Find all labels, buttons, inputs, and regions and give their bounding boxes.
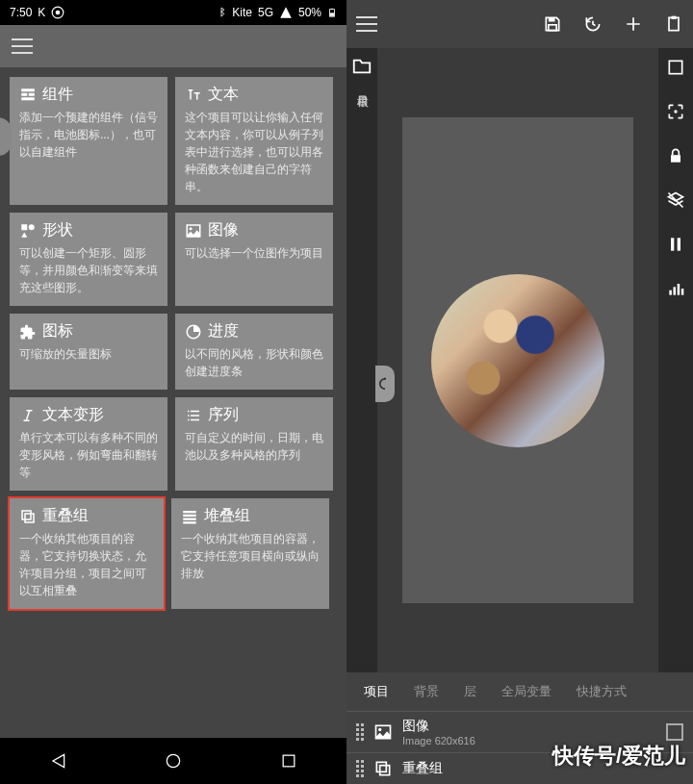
- svg-rect-3: [330, 13, 334, 15]
- layers-off-icon[interactable]: [666, 190, 685, 210]
- card-desc: 以不同的风格，形状和颜色创建进度条: [185, 345, 323, 380]
- menu-button[interactable]: [356, 16, 377, 32]
- progress-icon: [185, 323, 202, 341]
- card-desc: 一个收纳其他项目的容器，它支持任意项目横向或纵向排放: [181, 530, 320, 582]
- layer-checkbox[interactable]: [666, 723, 683, 741]
- text-icon: [185, 87, 202, 104]
- card-overlapgroup[interactable]: 重叠组 一个收纳其他项目的容器，它支持切换状态，允许项目分组，项目之间可以互相重…: [8, 496, 166, 611]
- image-icon: [373, 722, 393, 742]
- card-desc: 单行文本可以有多种不同的变形风格，例如弯曲和翻转等: [19, 429, 158, 481]
- status-time: 7:50: [10, 6, 32, 19]
- svg-point-8: [190, 227, 192, 230]
- app-bar: [0, 25, 346, 67]
- card-title: 堆叠组: [204, 506, 250, 526]
- svg-rect-5: [21, 224, 27, 230]
- canvas-edge-tab[interactable]: [375, 366, 395, 402]
- pause-icon[interactable]: [666, 235, 685, 254]
- card-desc: 可以创建一个矩形、圆形等，并用颜色和渐变等来填充这些图形。: [19, 244, 158, 296]
- layer-row-image[interactable]: 图像 Image 620x616: [346, 711, 693, 752]
- card-text[interactable]: 文本 这个项目可以让你输入任何文本内容，你可以从例子列表中进行选择，也可以用各种…: [175, 77, 333, 205]
- folder-icon[interactable]: [351, 56, 372, 77]
- status-bar: 7:50 K Kite 5G 50%: [0, 0, 346, 25]
- side-left: 根目录: [346, 48, 377, 672]
- card-series[interactable]: 序列 可自定义的时间，日期，电池以及多种风格的序列: [175, 397, 333, 491]
- card-title: 图像: [208, 220, 239, 240]
- svg-rect-4: [331, 9, 334, 10]
- stack-icon: [181, 508, 198, 525]
- status-network: 5G: [258, 6, 273, 19]
- card-icon[interactable]: 图标 可缩放的矢量图标: [10, 314, 167, 390]
- status-battery: 50%: [298, 6, 321, 19]
- svg-point-12: [167, 754, 179, 767]
- tab-globals[interactable]: 全局变量: [490, 683, 563, 700]
- clipboard-icon[interactable]: [664, 14, 683, 34]
- svg-rect-17: [672, 16, 677, 19]
- card-shape[interactable]: 形状 可以创建一个矩形、圆形等，并用颜色和渐变等来填充这些图形。: [10, 213, 167, 306]
- svg-rect-19: [669, 61, 681, 73]
- card-title: 形状: [42, 220, 73, 240]
- nav-recent[interactable]: [279, 751, 298, 771]
- layer-row-overlap[interactable]: 重叠组: [346, 752, 693, 784]
- nav-back[interactable]: [48, 751, 67, 771]
- card-stackgroup[interactable]: 堆叠组 一个收纳其他项目的容器，它支持任意项目横向或纵向排放: [171, 498, 329, 609]
- side-right: [658, 48, 693, 672]
- canvas[interactable]: [377, 48, 658, 672]
- card-component[interactable]: 组件 添加一个预建的组件（信号指示，电池图标...），也可以自建组件: [10, 77, 167, 205]
- svg-rect-21: [671, 155, 680, 163]
- chart-icon[interactable]: [666, 279, 685, 298]
- preview-image[interactable]: [431, 274, 604, 447]
- drag-handle-icon[interactable]: [356, 760, 364, 777]
- tab-background[interactable]: 背景: [402, 683, 450, 700]
- square-icon[interactable]: [666, 58, 685, 77]
- tab-layer[interactable]: 层: [452, 683, 488, 700]
- list-icon: [185, 407, 202, 424]
- drag-handle-icon[interactable]: [356, 723, 364, 741]
- card-image[interactable]: 图像 可以选择一个位图作为项目: [175, 213, 333, 306]
- menu-button[interactable]: [12, 38, 33, 54]
- editor-body: 根目录: [346, 48, 693, 672]
- history-icon[interactable]: [583, 14, 603, 34]
- signal-icon: [279, 6, 293, 19]
- svg-rect-30: [376, 762, 386, 771]
- battery-icon: [327, 5, 337, 20]
- svg-rect-25: [674, 287, 677, 294]
- svg-rect-16: [669, 17, 679, 30]
- nav-home[interactable]: [164, 751, 183, 771]
- overlap-icon: [19, 508, 37, 525]
- tab-item[interactable]: 项目: [352, 683, 400, 700]
- card-desc: 可自定义的时间，日期，电池以及多种风格的序列: [185, 429, 323, 464]
- svg-point-1: [56, 11, 61, 15]
- card-progress[interactable]: 进度 以不同的风格，形状和颜色创建进度条: [175, 314, 333, 390]
- svg-rect-14: [549, 17, 555, 21]
- chrome-icon: [51, 6, 64, 19]
- editor-appbar: [346, 0, 693, 48]
- card-title: 序列: [208, 405, 239, 425]
- canvas-frame: [402, 117, 633, 603]
- shape-icon: [19, 222, 37, 240]
- card-title: 进度: [208, 321, 239, 341]
- svg-point-18: [384, 378, 386, 380]
- layer-label: 重叠组: [402, 760, 683, 777]
- svg-rect-15: [549, 25, 556, 31]
- focus-icon[interactable]: [666, 102, 685, 121]
- svg-rect-27: [681, 289, 684, 295]
- layer-list: 图像 Image 620x616 重叠组: [346, 711, 693, 784]
- card-desc: 添加一个预建的组件（信号指示，电池图标...），也可以自建组件: [19, 109, 158, 161]
- svg-rect-11: [25, 514, 34, 522]
- bluetooth-icon: [217, 6, 226, 19]
- card-desc: 可以选择一个位图作为项目: [185, 244, 323, 262]
- tab-shortcut[interactable]: 快捷方式: [565, 683, 638, 700]
- card-title: 重叠组: [42, 506, 89, 526]
- card-desc: 可缩放的矢量图标: [19, 345, 158, 363]
- add-icon[interactable]: [624, 14, 643, 34]
- layer-label: 图像 Image 620x616: [402, 718, 656, 746]
- component-icon: [19, 87, 37, 104]
- card-title: 文本: [208, 85, 239, 105]
- card-desc: 一个收纳其他项目的容器，它支持切换状态，允许项目分组，项目之间可以互相重叠: [19, 530, 154, 599]
- save-icon[interactable]: [543, 14, 562, 34]
- item-grid: 组件 添加一个预建的组件（信号指示，电池图标...），也可以自建组件 文本 这个…: [0, 67, 346, 619]
- card-desc: 这个项目可以让你输入任何文本内容，你可以从例子列表中进行选择，也可以用各种函数来…: [185, 109, 323, 195]
- lock-icon[interactable]: [666, 146, 685, 165]
- card-textmorph[interactable]: 文本变形 单行文本可以有多种不同的变形风格，例如弯曲和翻转等: [10, 397, 167, 491]
- svg-rect-31: [380, 766, 390, 775]
